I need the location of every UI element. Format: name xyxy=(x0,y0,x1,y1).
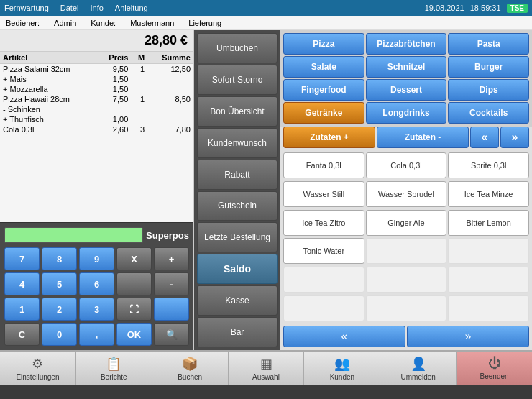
item-button[interactable]: Bitter Lemon xyxy=(448,210,529,236)
saldo-button[interactable]: Saldo xyxy=(197,254,278,284)
middle-panel: UmbuchenSofort StornoBon ÜbersichtKunden… xyxy=(194,30,280,350)
gutschein-button[interactable]: Gutschein xyxy=(197,191,278,221)
letzte-bestellung-button[interactable]: Letzte Bestellung xyxy=(197,222,278,252)
menu-fernwartung[interactable]: Fernwartung xyxy=(4,4,49,12)
taskbar-beenden-button[interactable]: ⏻Beenden xyxy=(457,352,532,385)
table-row[interactable]: + Thunfisch 1,00 xyxy=(0,114,193,124)
numpad-area: Superpos 789X+456-123⛶C0,OK🔍 xyxy=(0,222,193,350)
superpos-label: Superpos xyxy=(146,230,189,241)
info-row: Bediener: Admin Kunde: Mustermann Liefer… xyxy=(0,16,532,30)
category-button-cocktails[interactable]: Cocktails xyxy=(448,102,529,124)
numpad-3-button[interactable]: 3 xyxy=(79,298,114,321)
kundenwunsch-button[interactable]: Kundenwunsch xyxy=(197,128,278,158)
right-panel: PizzaPizzabrötchenPastaSalateSchnitzelBu… xyxy=(280,30,532,350)
numpad-2-button[interactable]: 2 xyxy=(42,298,77,321)
category-button-salate[interactable]: Salate xyxy=(283,56,364,78)
numpad-1-button[interactable]: 1 xyxy=(4,298,40,321)
item-button-empty xyxy=(366,267,447,293)
taskbar-einstellungen-button[interactable]: ⚙Einstellungen xyxy=(0,352,76,385)
numpad-empty-button[interactable] xyxy=(116,272,152,295)
display-screen xyxy=(4,227,143,243)
sofort-storno-button[interactable]: Sofort Storno xyxy=(197,65,278,95)
zutaten-plus-button[interactable]: Zutaten + xyxy=(283,127,375,148)
category-button-longdrinks[interactable]: Longdrinks xyxy=(366,102,447,124)
table-row[interactable]: Cola 0,3l 2,60 3 7,80 xyxy=(0,124,193,134)
numpad-9-button[interactable]: 9 xyxy=(79,247,114,270)
zutaten-nav-prev-button[interactable]: « xyxy=(470,127,499,148)
item-button[interactable]: Fanta 0,3l xyxy=(283,152,364,178)
category-button-schnitzel[interactable]: Schnitzel xyxy=(366,56,447,78)
category-button-pizza[interactable]: Pizza xyxy=(283,33,364,55)
menu-anleitung[interactable]: Anleitung xyxy=(115,4,148,12)
taskbar-kunden-button[interactable]: 👥Kunden xyxy=(304,352,380,385)
bon-ubersicht-button[interactable]: Bon Übersicht xyxy=(197,96,278,127)
table-row[interactable]: + Mais 1,50 xyxy=(0,74,193,84)
table-row[interactable]: + Mozzarella 1,50 xyxy=(0,84,193,94)
taskbar: ⚙Einstellungen📋Berichte📦Buchen▦Auswahl👥K… xyxy=(0,350,532,385)
item-button[interactable]: Sprite 0,3l xyxy=(448,152,529,178)
item-button-empty xyxy=(448,295,529,321)
rabatt-button[interactable]: Rabatt xyxy=(197,160,278,190)
numpad-X-button[interactable]: X xyxy=(116,247,152,270)
numpad-empty-button[interactable] xyxy=(154,298,189,321)
table-row[interactable]: Pizza Salami 32cm 9,50 1 12,50 xyxy=(0,64,193,75)
numpad-C-button[interactable]: C xyxy=(4,323,40,346)
numpad-⛶-button[interactable]: ⛶ xyxy=(116,298,152,321)
category-button-pasta[interactable]: Pasta xyxy=(448,33,529,55)
zutaten-row: Zutaten +Zutaten -«» xyxy=(280,127,532,150)
lieferung-label: Lieferung xyxy=(188,19,221,27)
item-button[interactable]: Wasser Still xyxy=(283,181,364,207)
tse-badge: TSE xyxy=(507,4,528,13)
numpad-0-button[interactable]: 0 xyxy=(42,323,77,346)
numpad-4-button[interactable]: 4 xyxy=(4,272,40,295)
numpad---button[interactable]: - xyxy=(154,272,189,295)
table-row[interactable]: - Schinken xyxy=(0,104,193,114)
taskbar-label: Ummelden xyxy=(401,373,436,381)
item-button[interactable]: Ginger Ale xyxy=(366,210,447,236)
item-button[interactable]: Tonic Water xyxy=(283,238,364,264)
numpad-8-button[interactable]: 8 xyxy=(42,247,77,270)
taskbar-buchen-button[interactable]: 📦Buchen xyxy=(152,352,229,385)
category-button-pizzabrötchen[interactable]: Pizzabrötchen xyxy=(366,33,447,55)
category-button-dessert[interactable]: Dessert xyxy=(366,79,447,101)
taskbar-auswahl-button[interactable]: ▦Auswahl xyxy=(229,352,305,385)
numpad-grid: 789X+456-123⛶C0,OK🔍 xyxy=(4,247,189,346)
numpad-,-button[interactable]: , xyxy=(79,323,114,346)
taskbar-ummelden-button[interactable]: 👤Ummelden xyxy=(380,352,457,385)
numpad-7-button[interactable]: 7 xyxy=(4,247,40,270)
category-button-fingerfood[interactable]: Fingerfood xyxy=(283,79,364,101)
ummelden-icon: 👤 xyxy=(411,356,426,372)
prev-page-button[interactable]: « xyxy=(283,326,405,347)
numpad-5-button[interactable]: 5 xyxy=(42,272,77,295)
items-grid: Fanta 0,3lCola 0,3lSprite 0,3lWasser Sti… xyxy=(280,150,532,326)
table-row[interactable]: Pizza Hawaii 28cm 7,50 1 8,50 xyxy=(0,94,193,104)
zutaten-minus-button[interactable]: Zutaten - xyxy=(377,127,469,148)
category-button-burger[interactable]: Burger xyxy=(448,56,529,78)
item-button[interactable]: Ice Tea Minze xyxy=(448,181,529,207)
numpad-OK-button[interactable]: OK xyxy=(116,323,152,346)
numpad-🔍-button[interactable]: 🔍 xyxy=(154,323,189,346)
menu-datei[interactable]: Datei xyxy=(60,4,79,12)
taskbar-label: Kunden xyxy=(330,373,354,381)
umbuchen-button[interactable]: Umbuchen xyxy=(197,33,278,63)
col-summe: Summe xyxy=(147,52,193,64)
next-page-button[interactable]: » xyxy=(407,326,529,347)
titlebar-right: 19.08.2021 18:59:31 TSE xyxy=(425,4,528,13)
bar-button[interactable]: Bar xyxy=(197,317,278,347)
zutaten-nav-next-button[interactable]: » xyxy=(500,127,529,148)
category-button-getränke[interactable]: Getränke xyxy=(283,102,364,124)
berichte-icon: 📋 xyxy=(106,356,121,372)
taskbar-label: Buchen xyxy=(178,373,202,381)
item-button-empty xyxy=(448,267,529,293)
auswahl-icon: ▦ xyxy=(260,356,272,372)
menu-info[interactable]: Info xyxy=(90,4,103,12)
numpad-+-button[interactable]: + xyxy=(154,247,189,270)
time-display: 18:59:31 xyxy=(470,4,501,12)
numpad-6-button[interactable]: 6 xyxy=(79,272,114,295)
taskbar-berichte-button[interactable]: 📋Berichte xyxy=(76,352,152,385)
category-button-dips[interactable]: Dips xyxy=(448,79,529,101)
item-button[interactable]: Cola 0,3l xyxy=(366,152,447,178)
item-button[interactable]: Ice Tea Zitro xyxy=(283,210,364,236)
kasse-button[interactable]: Kasse xyxy=(197,285,278,316)
item-button[interactable]: Wasser Sprudel xyxy=(366,181,447,207)
